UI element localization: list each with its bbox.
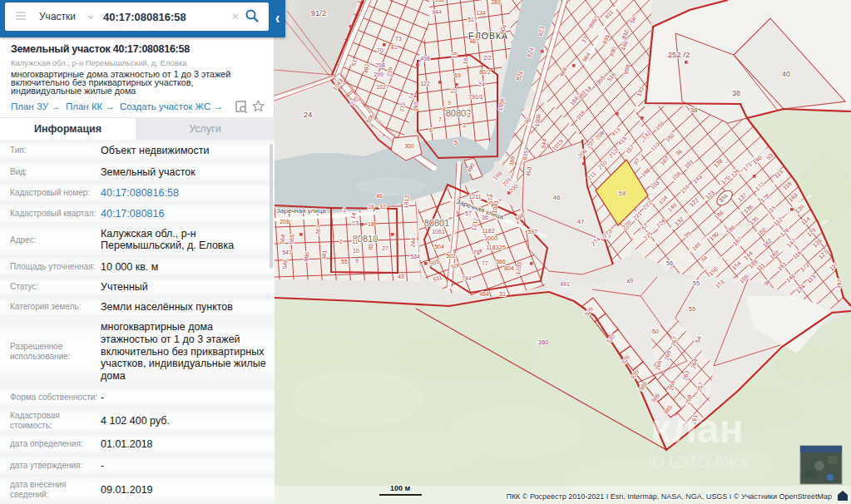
svg-text:100 м: 100 м <box>390 484 411 492</box>
svg-text:81: 81 <box>391 44 398 50</box>
svg-text:13: 13 <box>352 220 359 226</box>
svg-text:46: 46 <box>553 194 561 201</box>
svg-text:74: 74 <box>408 92 414 100</box>
svg-text:10: 10 <box>353 248 359 254</box>
svg-text:2: 2 <box>339 239 343 245</box>
svg-text:36: 36 <box>482 215 488 220</box>
svg-text:50: 50 <box>652 328 659 335</box>
svg-text:24: 24 <box>478 82 485 87</box>
svg-text:73: 73 <box>395 36 402 42</box>
svg-text:299: 299 <box>374 72 383 77</box>
svg-text:80801: 80801 <box>424 218 450 228</box>
svg-text:1000: 1000 <box>484 235 497 241</box>
svg-text:487: 487 <box>469 38 479 44</box>
svg-text:1182: 1182 <box>482 228 494 234</box>
svg-text:55: 55 <box>341 259 348 264</box>
svg-text:40: 40 <box>782 70 790 78</box>
svg-text:19: 19 <box>451 52 458 59</box>
svg-text:38: 38 <box>732 89 740 97</box>
svg-text:ПКК © Росреестр 2010-2021 I Es: ПКК © Росреестр 2010-2021 I Esri, Interm… <box>506 492 832 501</box>
svg-text:клан: клан <box>651 407 744 451</box>
svg-text:498: 498 <box>420 56 430 62</box>
svg-text:8: 8 <box>443 106 446 112</box>
svg-text:2/2: 2/2 <box>483 55 492 61</box>
svg-text:55: 55 <box>693 279 700 287</box>
svg-text:491: 491 <box>560 281 570 287</box>
svg-text:122: 122 <box>420 81 430 86</box>
svg-text:58: 58 <box>619 190 626 197</box>
svg-text:209: 209 <box>280 219 289 225</box>
svg-text:38: 38 <box>690 106 698 114</box>
svg-text:360: 360 <box>538 338 549 346</box>
svg-text:69: 69 <box>454 72 461 78</box>
svg-text:547: 547 <box>282 250 292 255</box>
svg-text:1: 1 <box>343 207 346 213</box>
svg-text:534: 534 <box>410 254 420 259</box>
svg-text:517: 517 <box>468 17 477 22</box>
svg-text:9: 9 <box>355 258 359 264</box>
svg-text:43: 43 <box>398 274 404 279</box>
svg-text:11: 11 <box>352 239 358 245</box>
svg-text:938: 938 <box>434 0 444 2</box>
svg-text:298: 298 <box>375 62 385 68</box>
svg-text:5: 5 <box>454 140 458 146</box>
svg-text:1027: 1027 <box>376 84 389 90</box>
svg-text:300: 300 <box>404 143 414 149</box>
svg-text:944: 944 <box>432 9 442 15</box>
svg-text:586: 586 <box>496 259 506 264</box>
svg-text:80/2: 80/2 <box>479 69 491 75</box>
svg-text:78: 78 <box>473 250 480 255</box>
svg-text:134: 134 <box>476 10 486 16</box>
svg-text:25: 25 <box>499 245 506 250</box>
svg-text:Заречная улица: Заречная улица <box>276 207 326 215</box>
svg-text:3: 3 <box>463 122 466 128</box>
svg-text:604: 604 <box>504 265 514 271</box>
svg-text:91/2: 91/2 <box>311 8 327 17</box>
svg-text:57: 57 <box>465 210 472 216</box>
svg-text:31: 31 <box>499 291 506 297</box>
svg-text:24: 24 <box>304 110 313 119</box>
svg-text:791/1: 791/1 <box>468 94 483 100</box>
svg-text:10: 10 <box>450 88 457 94</box>
svg-text:7: 7 <box>438 116 442 122</box>
svg-text:55: 55 <box>689 305 695 313</box>
svg-text:597: 597 <box>527 229 537 235</box>
svg-text:1211: 1211 <box>468 194 481 200</box>
svg-text:18: 18 <box>462 57 468 65</box>
svg-text:77: 77 <box>482 260 488 266</box>
svg-text:484: 484 <box>479 291 489 297</box>
svg-text:16: 16 <box>368 204 374 210</box>
svg-text:56: 56 <box>666 259 673 267</box>
svg-text:252 /2: 252 /2 <box>668 50 690 59</box>
svg-text:502: 502 <box>446 253 456 259</box>
svg-text:1061: 1061 <box>432 229 445 235</box>
svg-text:47: 47 <box>577 218 585 225</box>
svg-text:27: 27 <box>382 245 388 251</box>
svg-text:6: 6 <box>429 127 433 133</box>
svg-text:18: 18 <box>368 221 374 227</box>
svg-text:744: 744 <box>462 275 472 281</box>
svg-text:9: 9 <box>448 100 451 106</box>
svg-text:504: 504 <box>434 244 444 250</box>
svg-text:46: 46 <box>376 193 383 199</box>
svg-text:70: 70 <box>377 47 383 53</box>
svg-text:Ю ЬЗТО ЛЖУ: Ю ЬЗТО ЛЖУ <box>648 453 750 471</box>
svg-text:289: 289 <box>491 0 501 5</box>
svg-text:1183: 1183 <box>486 245 498 250</box>
svg-text:32: 32 <box>379 204 386 210</box>
svg-text:85: 85 <box>368 243 374 250</box>
svg-text:2: 2 <box>468 112 471 118</box>
